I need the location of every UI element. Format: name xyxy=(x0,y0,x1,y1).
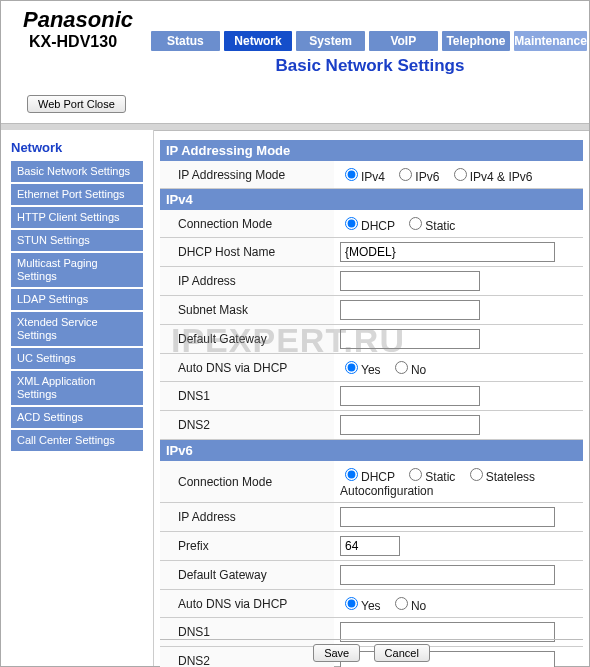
radio-ipv6-auto-dns-no-label: No xyxy=(411,599,426,613)
tab-status[interactable]: Status xyxy=(151,31,220,51)
radio-ipv4-label: IPv4 xyxy=(361,170,385,184)
sidebar-title: Network xyxy=(1,136,153,161)
page-title: Basic Network Settings xyxy=(151,56,589,76)
input-ipv4-dns1[interactable] xyxy=(340,386,480,406)
radio-ipv6[interactable] xyxy=(399,168,412,181)
main-content: IP Addressing Mode IP Addressing Mode IP… xyxy=(154,130,589,666)
label-ipv4-connection-mode: Connection Mode xyxy=(160,210,334,238)
radio-ipv4-auto-dns-no[interactable] xyxy=(395,361,408,374)
sidebar-item-ldap[interactable]: LDAP Settings xyxy=(11,289,143,310)
input-ipv4-subnet-mask[interactable] xyxy=(340,300,480,320)
label-ipv4-dns1: DNS1 xyxy=(160,382,334,411)
radio-ipv6-auto-dns-yes-label: Yes xyxy=(361,599,381,613)
label-ipv4-auto-dns: Auto DNS via DHCP xyxy=(160,354,334,382)
radio-ipv6-auto-dns-no[interactable] xyxy=(395,597,408,610)
radio-ipv6-static[interactable] xyxy=(409,468,422,481)
sidebar-item-acd[interactable]: ACD Settings xyxy=(11,407,143,428)
cancel-button[interactable]: Cancel xyxy=(374,644,430,662)
ip-addressing-mode-group: IPv4 IPv6 IPv4 & IPv6 xyxy=(334,161,583,189)
label-ipv4-subnet-mask: Subnet Mask xyxy=(160,296,334,325)
input-ipv4-dhcp-host-name[interactable] xyxy=(340,242,555,262)
input-ipv6-default-gateway[interactable] xyxy=(340,565,555,585)
radio-ipv6-auto-dns-yes[interactable] xyxy=(345,597,358,610)
input-ipv4-ip-address[interactable] xyxy=(340,271,480,291)
label-ipv4-dhcp-host-name: DHCP Host Name xyxy=(160,238,334,267)
sidebar-item-stun[interactable]: STUN Settings xyxy=(11,230,143,251)
radio-ipv4-dhcp[interactable] xyxy=(345,217,358,230)
section-ipv4: IPv4 xyxy=(160,189,583,210)
radio-ipv4-auto-dns-yes[interactable] xyxy=(345,361,358,374)
sidebar-item-uc[interactable]: UC Settings xyxy=(11,348,143,369)
label-ipv4-default-gateway: Default Gateway xyxy=(160,325,334,354)
sidebar-item-ethernet-port[interactable]: Ethernet Port Settings xyxy=(11,184,143,205)
section-ipv6: IPv6 xyxy=(160,440,583,461)
radio-ipv4-auto-dns-no-label: No xyxy=(411,363,426,377)
tab-telephone[interactable]: Telephone xyxy=(442,31,511,51)
top-tabs: Status Network System VoIP Telephone Mai… xyxy=(151,31,587,51)
tab-network[interactable]: Network xyxy=(224,31,293,51)
footer-bar: Save Cancel xyxy=(160,639,583,662)
sidebar-item-http-client[interactable]: HTTP Client Settings xyxy=(11,207,143,228)
web-port-close-button[interactable]: Web Port Close xyxy=(27,95,126,113)
tab-maintenance[interactable]: Maintenance xyxy=(514,31,587,51)
radio-ipv4-static-label: Static xyxy=(425,219,455,233)
radio-ipv6-dhcp-label: DHCP xyxy=(361,470,395,484)
label-ipv6-ip-address: IP Address xyxy=(160,503,334,532)
label-ipv4-dns2: DNS2 xyxy=(160,411,334,440)
radio-ipv4-and-ipv6[interactable] xyxy=(454,168,467,181)
radio-ipv6-static-label: Static xyxy=(425,470,455,484)
radio-ipv6-stateless[interactable] xyxy=(470,468,483,481)
label-ip-addressing-mode: IP Addressing Mode xyxy=(160,161,334,189)
save-button[interactable]: Save xyxy=(313,644,360,662)
input-ipv6-ip-address[interactable] xyxy=(340,507,555,527)
sidebar-item-multicast-paging[interactable]: Multicast Paging Settings xyxy=(11,253,143,287)
label-ipv6-auto-dns: Auto DNS via DHCP xyxy=(160,590,334,618)
brand-logo: Panasonic xyxy=(23,7,133,33)
radio-ipv4-dhcp-label: DHCP xyxy=(361,219,395,233)
radio-ipv6-dhcp[interactable] xyxy=(345,468,358,481)
tab-voip[interactable]: VoIP xyxy=(369,31,438,51)
radio-ipv6-label: IPv6 xyxy=(415,170,439,184)
input-ipv4-default-gateway[interactable] xyxy=(340,329,480,349)
radio-ipv4-auto-dns-yes-label: Yes xyxy=(361,363,381,377)
label-ipv4-ip-address: IP Address xyxy=(160,267,334,296)
label-ipv6-default-gateway: Default Gateway xyxy=(160,561,334,590)
sidebar-item-xtended-service[interactable]: Xtended Service Settings xyxy=(11,312,143,346)
label-ipv6-prefix: Prefix xyxy=(160,532,334,561)
sidebar-item-call-center[interactable]: Call Center Settings xyxy=(11,430,143,451)
model-label: KX-HDV130 xyxy=(29,33,117,51)
input-ipv6-prefix[interactable] xyxy=(340,536,400,556)
sidebar-item-xml-application[interactable]: XML Application Settings xyxy=(11,371,143,405)
sidebar: Network Basic Network Settings Ethernet … xyxy=(1,130,154,666)
section-ip-addressing-mode: IP Addressing Mode xyxy=(160,140,583,161)
label-ipv6-connection-mode: Connection Mode xyxy=(160,461,334,503)
radio-ipv4-static[interactable] xyxy=(409,217,422,230)
tab-system[interactable]: System xyxy=(296,31,365,51)
radio-ipv4[interactable] xyxy=(345,168,358,181)
sidebar-item-basic-network[interactable]: Basic Network Settings xyxy=(11,161,143,182)
input-ipv4-dns2[interactable] xyxy=(340,415,480,435)
radio-ipv4-and-ipv6-label: IPv4 & IPv6 xyxy=(470,170,533,184)
